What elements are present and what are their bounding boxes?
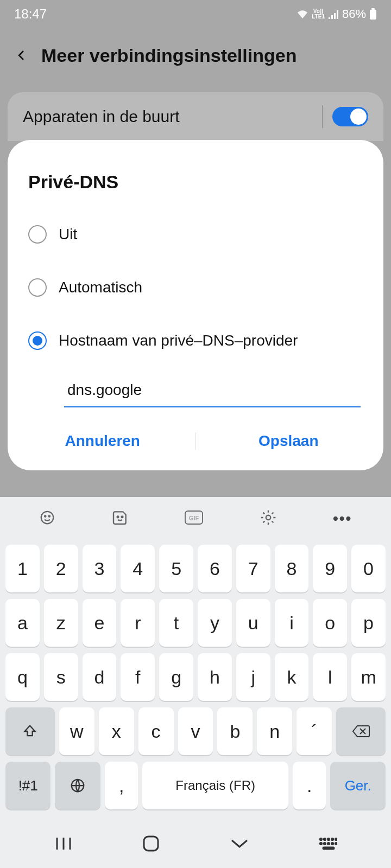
- key-a[interactable]: a: [5, 599, 40, 647]
- key-8[interactable]: 8: [275, 545, 309, 592]
- save-button[interactable]: Opslaan: [196, 427, 382, 455]
- svg-point-17: [320, 843, 321, 844]
- key-r[interactable]: r: [121, 599, 155, 647]
- key-k[interactable]: k: [275, 653, 309, 701]
- key-language[interactable]: [55, 762, 100, 809]
- key-p[interactable]: p: [351, 599, 386, 647]
- key-backspace[interactable]: [336, 707, 386, 755]
- svg-rect-22: [323, 847, 334, 849]
- radio-label: Automatisch: [59, 279, 142, 296]
- key-f[interactable]: f: [121, 653, 155, 701]
- private-dns-dialog: Privé-DNS Uit Automatisch Hostnaam van p…: [8, 140, 383, 470]
- key-comma[interactable]: ,: [105, 762, 138, 809]
- gear-icon[interactable]: [260, 509, 277, 528]
- key-3[interactable]: 3: [83, 545, 117, 592]
- key-enter[interactable]: Ger.: [330, 762, 386, 809]
- signal-icon: [328, 9, 339, 19]
- key-z[interactable]: z: [44, 599, 78, 647]
- key-b[interactable]: b: [217, 707, 253, 755]
- key-j[interactable]: j: [236, 653, 270, 701]
- svg-point-9: [266, 515, 270, 520]
- key-shift[interactable]: [5, 707, 55, 755]
- setting-nearby-devices[interactable]: Apparaten in de buurt: [8, 92, 383, 141]
- key-n[interactable]: n: [257, 707, 292, 755]
- key-9[interactable]: 9: [313, 545, 347, 592]
- dns-hostname-input[interactable]: [64, 377, 361, 407]
- cancel-button[interactable]: Annuleren: [10, 427, 195, 455]
- radio-label: Hostnaam van privé–DNS–provider: [59, 332, 298, 349]
- radio-icon: [28, 331, 47, 350]
- key-c[interactable]: c: [138, 707, 174, 755]
- svg-text:GIF: GIF: [189, 515, 199, 521]
- keyboard-row-numbers: 1 2 3 4 5 6 7 8 9 0: [5, 545, 386, 592]
- key-g[interactable]: g: [159, 653, 193, 701]
- setting-label: Apparaten in de buurt: [23, 107, 180, 126]
- key-period[interactable]: .: [293, 762, 326, 809]
- toggle-nearby-devices[interactable]: [332, 107, 368, 126]
- key-i[interactable]: i: [275, 599, 309, 647]
- dialog-title: Privé-DNS: [10, 171, 381, 208]
- svg-point-12: [320, 838, 321, 840]
- key-v[interactable]: v: [178, 707, 213, 755]
- back-icon[interactable]: [15, 49, 28, 62]
- keyboard-row-3: q s d f g h j k l m: [5, 653, 386, 701]
- key-o[interactable]: o: [313, 599, 347, 647]
- keyboard-row-2: a z e r t y u i o p: [5, 599, 386, 647]
- key-m[interactable]: m: [351, 653, 386, 701]
- radio-option-automatic[interactable]: Automatisch: [10, 261, 381, 314]
- home-icon[interactable]: [142, 834, 160, 853]
- keyboard-toolbar: GIF •••: [0, 497, 391, 540]
- svg-point-2: [41, 512, 53, 524]
- gif-icon[interactable]: GIF: [185, 510, 203, 527]
- key-h[interactable]: h: [198, 653, 232, 701]
- key-accent[interactable]: ´: [297, 707, 332, 755]
- volte-indicator: Vo)) LTE1: [312, 9, 325, 20]
- page-header: Meer verbindingsinstellingen: [0, 28, 391, 82]
- soft-keyboard: GIF ••• 1 2 3 4 5 6 7 8 9 0 a z e r: [0, 497, 391, 868]
- svg-point-19: [327, 843, 329, 844]
- key-w[interactable]: w: [59, 707, 94, 755]
- page-title: Meer verbindingsinstellingen: [41, 45, 297, 66]
- keyboard-switch-icon[interactable]: [319, 837, 337, 850]
- radio-option-off[interactable]: Uit: [10, 208, 381, 261]
- divider: [322, 105, 323, 128]
- battery-icon: [369, 8, 377, 20]
- key-l[interactable]: l: [313, 653, 347, 701]
- key-0[interactable]: 0: [351, 545, 386, 592]
- svg-point-6: [122, 516, 123, 518]
- svg-point-14: [327, 838, 329, 840]
- key-d[interactable]: d: [83, 653, 117, 701]
- svg-point-3: [45, 515, 46, 517]
- wifi-icon: [297, 9, 308, 19]
- key-u[interactable]: u: [236, 599, 270, 647]
- key-t[interactable]: t: [159, 599, 193, 647]
- radio-option-hostname[interactable]: Hostnaam van privé–DNS–provider: [10, 314, 381, 367]
- keyboard-row-4: w x c v b n ´: [5, 707, 386, 755]
- more-icon[interactable]: •••: [333, 510, 352, 527]
- emoji-icon[interactable]: [39, 509, 55, 528]
- svg-point-16: [335, 838, 337, 840]
- navigation-bar: [0, 819, 391, 868]
- svg-point-18: [324, 843, 325, 844]
- key-space[interactable]: Français (FR): [142, 762, 288, 809]
- key-q[interactable]: q: [5, 653, 40, 701]
- key-symbols[interactable]: !#1: [5, 762, 51, 809]
- svg-point-15: [331, 838, 333, 840]
- sticker-icon[interactable]: [111, 509, 129, 528]
- svg-point-13: [324, 838, 325, 840]
- key-s[interactable]: s: [44, 653, 78, 701]
- key-x[interactable]: x: [99, 707, 134, 755]
- chevron-down-icon[interactable]: [229, 836, 250, 851]
- key-6[interactable]: 6: [198, 545, 232, 592]
- svg-point-21: [335, 843, 337, 844]
- key-e[interactable]: e: [83, 599, 117, 647]
- recents-icon[interactable]: [54, 835, 73, 852]
- key-y[interactable]: y: [198, 599, 232, 647]
- radio-icon: [28, 278, 47, 297]
- key-4[interactable]: 4: [121, 545, 155, 592]
- key-5[interactable]: 5: [159, 545, 193, 592]
- key-1[interactable]: 1: [5, 545, 40, 592]
- key-7[interactable]: 7: [236, 545, 270, 592]
- key-2[interactable]: 2: [44, 545, 78, 592]
- keyboard-row-5: !#1 , Français (FR) . Ger.: [5, 762, 386, 809]
